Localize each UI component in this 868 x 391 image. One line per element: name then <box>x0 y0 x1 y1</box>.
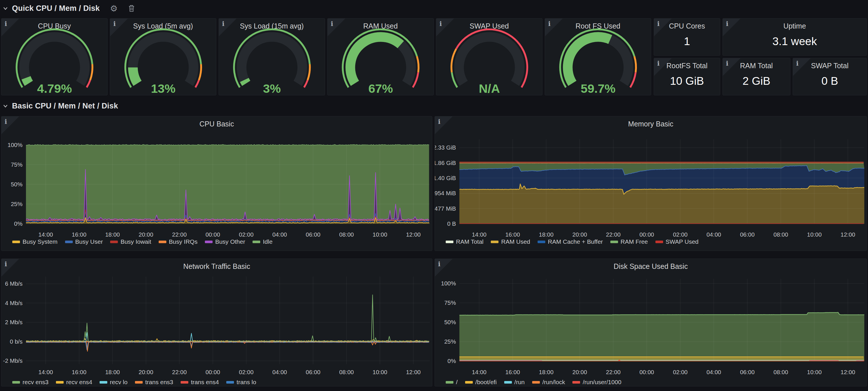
legend-item-recv ens3[interactable]: recv ens3 <box>12 379 49 386</box>
legend-swatch <box>110 241 118 243</box>
legend-swatch <box>65 241 73 243</box>
legend-item-/run/user/1000[interactable]: /run/user/1000 <box>572 379 621 386</box>
legend-label: /run <box>515 379 525 386</box>
y-tick-label: 0% <box>447 358 456 364</box>
panel-gauge-0: iCPU Busy4.79% <box>1 18 107 95</box>
x-tick-label: 00:00 <box>640 231 654 238</box>
y-tick-label: 477 MiB <box>435 205 456 212</box>
gear-icon[interactable]: ⚙ <box>110 3 118 13</box>
legend-label: RAM Total <box>456 238 483 245</box>
legend-swatch <box>446 241 454 243</box>
legend-item-recv ens4[interactable]: recv ens4 <box>56 379 92 386</box>
x-tick-label: 06:00 <box>740 231 754 238</box>
legend-swatch <box>252 241 260 243</box>
gauge-value-text: 4.79% <box>37 82 72 95</box>
legend-swatch <box>537 241 545 243</box>
legend-swatch <box>56 381 64 384</box>
x-tick-label: 12:00 <box>406 369 421 375</box>
x-tick-label: 02:00 <box>673 231 687 238</box>
x-tick-label: 08:00 <box>339 231 354 238</box>
x-tick-label: 04:00 <box>272 231 287 238</box>
legend-label: trans ens4 <box>191 379 219 386</box>
legend-label: Busy Iowait <box>120 238 151 245</box>
row-header-quick[interactable]: Quick CPU / Mem / Disk ⚙ <box>0 0 135 17</box>
legend-item-RAM Cache + Buffer[interactable]: RAM Cache + Buffer <box>537 238 603 245</box>
legend-item-Busy Iowait[interactable]: Busy Iowait <box>110 238 151 245</box>
legend-label: Busy Other <box>215 238 245 245</box>
x-tick-label: 22:00 <box>172 369 187 375</box>
y-tick-label: 0 B <box>447 220 456 227</box>
chart-canvas[interactable]: -2 Mb/s0 b/s2 Mb/s4 Mb/s6 Mb/s14:0016:00… <box>1 259 432 386</box>
panel-gauge-3: iRAM Used67% <box>327 18 434 95</box>
legend-swatch <box>532 381 540 384</box>
legend-item-Busy User[interactable]: Busy User <box>65 238 103 245</box>
panel-title[interactable]: CPU Cores <box>654 22 720 30</box>
y-tick-label: 954 MiB <box>435 190 456 197</box>
panel-title[interactable]: SWAP Total <box>793 62 867 70</box>
gauge: 67% <box>334 28 428 96</box>
legend-item-/run[interactable]: /run <box>504 379 525 386</box>
legend-item-RAM Total[interactable]: RAM Total <box>446 238 483 245</box>
gauge-value-arc <box>244 80 246 83</box>
legend-swatch <box>610 241 618 243</box>
legend-item-Busy System[interactable]: Busy System <box>12 238 58 245</box>
row-header-basic[interactable]: Basic CPU / Mem / Net / Disk <box>0 98 118 114</box>
legend-label: /run/user/1000 <box>583 379 621 386</box>
gauge-value-arc <box>350 37 401 83</box>
y-tick-label: 25% <box>444 338 456 345</box>
legend-item-trans ens3[interactable]: trans ens3 <box>135 379 173 386</box>
legend-item-Idle[interactable]: Idle <box>252 238 273 245</box>
chart-canvas[interactable]: 0 B477 MiB954 MiB1.40 GiB1.86 GiB2.33 Gi… <box>435 116 867 250</box>
x-tick-label: 10:00 <box>807 231 822 238</box>
gauge: N/A <box>442 28 536 96</box>
legend-item-RAM Free[interactable]: RAM Free <box>610 238 648 245</box>
x-tick-label: 20:00 <box>139 369 153 375</box>
gauge-value-text: 59.7% <box>581 82 616 95</box>
series-fill-RAM Used <box>459 184 864 224</box>
panel-stat-0: iCPU Cores1 <box>654 18 720 56</box>
x-tick-label: 02:00 <box>239 369 253 375</box>
legend-item-RAM Used[interactable]: RAM Used <box>491 238 530 245</box>
legend-swatch <box>12 381 20 384</box>
panel-title[interactable]: RootFS Total <box>654 62 720 70</box>
legend-swatch <box>181 381 188 384</box>
legend-label: recv ens3 <box>23 379 49 386</box>
stat-value: 1 <box>654 35 720 48</box>
x-tick-label: 06:00 <box>740 369 754 375</box>
y-tick-label: 75% <box>444 299 456 306</box>
x-tick-label: 20:00 <box>572 369 587 375</box>
chart-legend: Busy SystemBusy UserBusy IowaitBusy IRQs… <box>12 238 273 245</box>
panel-gauge-5: iRoot FS Used59.7% <box>545 18 651 95</box>
x-tick-label: 18:00 <box>105 369 120 375</box>
chart-canvas[interactable]: 0%25%50%75%100%14:0016:0018:0020:0022:00… <box>1 116 432 250</box>
panel-title[interactable]: Uptime <box>723 22 867 30</box>
chevron-down-icon[interactable] <box>3 6 8 11</box>
legend-item-trans lo[interactable]: trans lo <box>226 379 256 386</box>
row-title[interactable]: Basic CPU / Mem / Net / Disk <box>12 101 118 111</box>
x-tick-label: 16:00 <box>72 231 87 238</box>
x-tick-label: 18:00 <box>105 231 120 238</box>
legend-item-Busy IRQs[interactable]: Busy IRQs <box>159 238 197 245</box>
row-title[interactable]: Quick CPU / Mem / Disk <box>12 4 100 13</box>
y-tick-label: 75% <box>11 161 23 168</box>
panel-chart-3: iDisk Space Used Basic0%25%50%75%100%14:… <box>435 259 867 386</box>
x-tick-label: 22:00 <box>606 369 621 375</box>
legend-swatch <box>655 241 663 243</box>
chart-canvas[interactable]: 0%25%50%75%100%14:0016:0018:0020:0022:00… <box>435 259 867 386</box>
gauge-value-text: 3% <box>263 82 281 95</box>
legend-item-/[interactable]: / <box>446 379 458 386</box>
stat-value: 3.1 week <box>723 35 867 48</box>
stat-value: 2 GiB <box>723 75 790 87</box>
trash-icon[interactable] <box>128 4 135 12</box>
panel-title[interactable]: RAM Total <box>723 62 790 70</box>
y-tick-label: -2 Mb/s <box>3 357 23 364</box>
chevron-down-icon[interactable] <box>3 103 8 109</box>
legend-item-Busy Other[interactable]: Busy Other <box>205 238 245 245</box>
gauge: 4.79% <box>7 28 101 96</box>
legend-item-/run/lock[interactable]: /run/lock <box>532 379 565 386</box>
legend-item-recv lo[interactable]: recv lo <box>100 379 128 386</box>
legend-swatch <box>12 241 20 243</box>
legend-item-/boot/efi[interactable]: /boot/efi <box>465 379 497 386</box>
legend-item-trans ens4[interactable]: trans ens4 <box>181 379 219 386</box>
legend-item-SWAP Used[interactable]: SWAP Used <box>655 238 699 245</box>
